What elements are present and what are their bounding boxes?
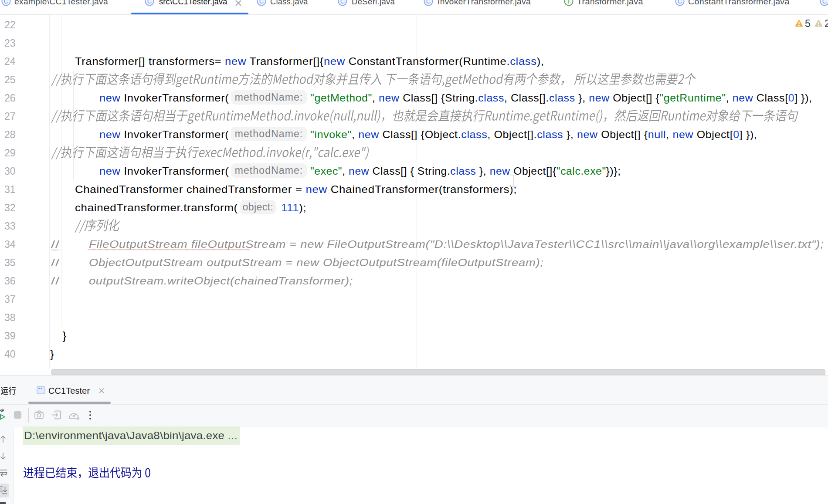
svg-text:C: C	[822, 0, 827, 5]
svg-text:C: C	[678, 0, 682, 5]
svg-text:C: C	[4, 0, 8, 5]
svg-text:C: C	[259, 0, 264, 5]
svg-text:C: C	[147, 0, 152, 5]
svg-text:C: C	[340, 0, 345, 5]
svg-text:C: C	[426, 0, 431, 5]
svg-text:I: I	[568, 0, 570, 5]
